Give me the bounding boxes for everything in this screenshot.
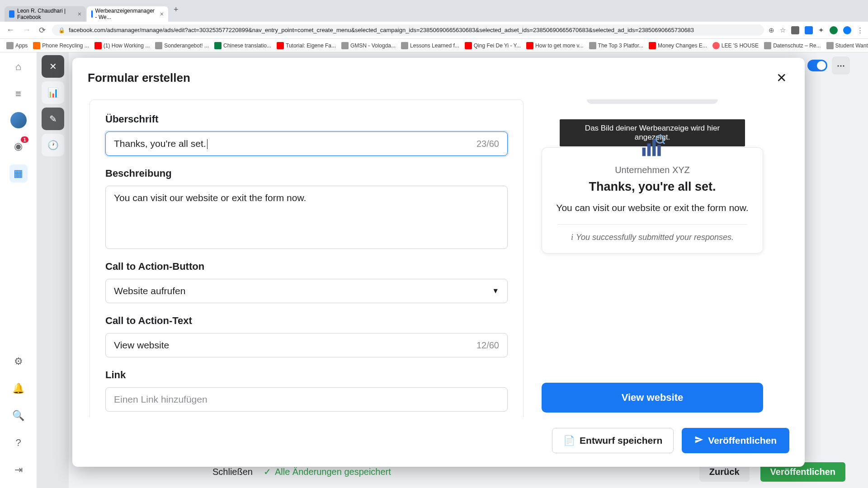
forward-icon[interactable]: → <box>21 24 33 36</box>
link-input[interactable]: Einen Link hinzufügen <box>105 387 508 412</box>
svg-rect-1 <box>647 143 651 156</box>
cta-text-field-group: Call to Action-Text View website 12/60 <box>105 315 508 357</box>
left-nav-rail: ⌂ ≡ ◉1 ▦ ⚙ 🔔 🔍 ? ⇥ <box>0 52 37 488</box>
back-icon[interactable]: ← <box>5 24 16 36</box>
bookmark-item[interactable]: Qing Fei De Yi - Y... <box>463 41 523 50</box>
meta-favicon <box>91 10 93 18</box>
svg-rect-0 <box>642 148 646 156</box>
expand-icon[interactable]: ⇥ <box>9 461 28 479</box>
menu-icon[interactable]: ⋮ <box>857 26 863 34</box>
bookmark-favicon <box>155 42 162 49</box>
help-icon[interactable]: ? <box>9 434 28 452</box>
bookmark-item[interactable]: Student Wants an... <box>825 41 868 50</box>
bell-icon[interactable]: 🔔 <box>9 380 28 398</box>
publish-button[interactable]: Veröffentlichen <box>682 428 789 453</box>
description-textarea[interactable]: You can visit our website or exit the fo… <box>105 186 508 249</box>
text-cursor <box>207 139 208 149</box>
address-bar: ← → ⟳ 🔒 facebook.com/adsmanager/manage/a… <box>0 22 868 39</box>
bookmark-item[interactable]: Sonderangebot! ... <box>153 41 211 50</box>
description-label: Beschreibung <box>105 168 508 179</box>
tab-title: Leon R. Chaudhari | Facebook <box>17 8 72 20</box>
close-icon[interactable]: × <box>78 10 81 18</box>
star-icon[interactable]: ☆ <box>780 26 786 34</box>
youtube-favicon <box>94 42 102 49</box>
bookmark-item[interactable]: Tutorial: Eigene Fa... <box>275 41 338 50</box>
search-icon[interactable]: 🔍 <box>9 407 28 425</box>
bookmark-favicon <box>214 42 222 49</box>
close-icon[interactable]: ✕ <box>773 70 789 86</box>
description-field-group: Beschreibung You can visit our website o… <box>105 168 508 249</box>
bookmark-item[interactable]: Lessons Learned f... <box>399 41 461 50</box>
lock-icon: 🔒 <box>58 27 65 33</box>
reload-icon[interactable]: ⟳ <box>37 24 47 36</box>
browser-tab-strip: Leon R. Chaudhari | Facebook × Werbeanze… <box>0 0 868 22</box>
extension-icon-2[interactable] <box>830 26 838 34</box>
form-column: Überschrift Thanks, you're all set. 23/6… <box>90 99 524 417</box>
preview-success-message: i You successfully submitted your respon… <box>553 233 752 242</box>
preview-wrapper: Das Bild deiner Werbeanzeige wird hier a… <box>542 99 763 253</box>
form-card: Überschrift Thanks, you're all set. 23/6… <box>90 99 524 417</box>
edit-icon[interactable]: ✎ <box>42 108 64 130</box>
facebook-favicon <box>9 10 14 18</box>
menu-icon[interactable]: ≡ <box>9 85 28 103</box>
preview-company-name: Unternehmen XYZ <box>553 165 752 175</box>
document-icon: 📄 <box>563 435 575 446</box>
divider <box>557 224 747 225</box>
status-toggle[interactable] <box>807 60 827 71</box>
more-button[interactable]: ⋯ <box>832 56 850 75</box>
puzzle-icon[interactable]: ✦ <box>818 26 824 34</box>
bookmark-item[interactable]: Phone Recycling ... <box>31 41 90 50</box>
bookmark-item[interactable]: Chinese translatio... <box>212 41 273 50</box>
airbnb-favicon <box>712 42 720 49</box>
chart-icon[interactable]: 📊 <box>42 81 64 104</box>
browser-tab-2[interactable]: Werbeanzeigenmanager - We... × <box>87 6 168 22</box>
toolbar-icons: ⊕ ☆ ✦ ⋮ <box>769 26 863 34</box>
notification-badge: 1 <box>21 136 28 143</box>
bookmark-item[interactable]: Datenschutz – Re... <box>762 41 822 50</box>
browser-tab-1[interactable]: Leon R. Chaudhari | Facebook × <box>5 6 86 22</box>
bookmark-item[interactable]: The Top 3 Platfor... <box>587 41 646 50</box>
company-logo-icon <box>640 133 665 159</box>
extension-icon[interactable] <box>791 26 799 34</box>
svg-rect-2 <box>652 139 656 156</box>
fb-extension-icon[interactable] <box>805 26 813 34</box>
close-link[interactable]: Schließen <box>212 467 253 477</box>
modal-header: Formular erstellen ✕ <box>72 58 805 95</box>
bookmark-item[interactable]: (1) How Working ... <box>93 41 151 50</box>
cta-button-select[interactable]: Website aufrufen ▼ <box>105 279 508 303</box>
profile-icon[interactable] <box>843 26 851 34</box>
svg-line-5 <box>662 142 665 144</box>
home-icon[interactable]: ⌂ <box>9 58 28 76</box>
info-icon: i <box>571 233 573 242</box>
cta-button-field-group: Call to Action-Button Website aufrufen ▼ <box>105 261 508 303</box>
preview-description: You can visit our website or exit the fo… <box>553 201 752 214</box>
apps-bookmark[interactable]: Apps <box>5 41 29 50</box>
close-panel-icon[interactable]: ✕ <box>42 55 64 78</box>
preview-column: Das Bild deiner Werbeanzeige wird hier a… <box>542 99 763 417</box>
grid-icon[interactable]: ▦ <box>9 164 28 183</box>
preview-cta-button[interactable]: View website <box>542 383 763 413</box>
youtube-favicon <box>465 42 472 49</box>
gear-icon[interactable]: ⚙ <box>9 352 28 371</box>
bookmark-item[interactable]: GMSN - Vologda... <box>340 41 397 50</box>
save-draft-button[interactable]: 📄 Entwurf speichern <box>552 428 674 453</box>
bookmark-item[interactable]: Money Changes E... <box>647 41 709 50</box>
cta-button-label: Call to Action-Button <box>105 261 508 272</box>
youtube-favicon <box>277 42 284 49</box>
check-icon: ✓ <box>264 466 271 477</box>
url-input[interactable]: 🔒 facebook.com/adsmanager/manage/ads/edi… <box>52 24 764 36</box>
new-tab-button[interactable]: + <box>169 5 183 14</box>
zoom-icon[interactable]: ⊕ <box>769 26 774 34</box>
history-icon[interactable]: 🕐 <box>42 134 64 156</box>
bookmark-item[interactable]: LEE 'S HOUSE <box>711 41 760 50</box>
cta-text-input[interactable]: View website 12/60 <box>105 333 508 357</box>
bookmark-item[interactable]: How to get more v... <box>524 41 585 50</box>
send-icon <box>694 435 703 446</box>
bookmark-favicon <box>826 42 834 49</box>
headline-input[interactable]: Thanks, you're all set. 23/60 <box>105 131 508 156</box>
close-icon[interactable]: × <box>160 10 164 18</box>
chevron-down-icon: ▼ <box>492 287 499 295</box>
avatar[interactable] <box>10 112 27 128</box>
modal-body: Überschrift Thanks, you're all set. 23/6… <box>72 95 805 417</box>
clock-icon[interactable]: ◉1 <box>9 137 28 155</box>
